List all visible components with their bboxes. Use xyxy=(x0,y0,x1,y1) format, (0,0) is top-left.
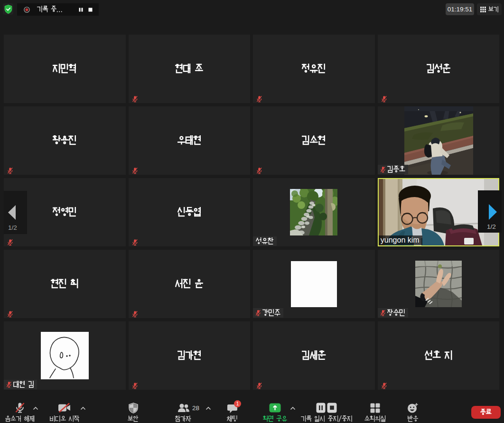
svg-text:1/2: 1/2 xyxy=(487,223,496,230)
svg-text:1/2: 1/2 xyxy=(8,224,17,231)
